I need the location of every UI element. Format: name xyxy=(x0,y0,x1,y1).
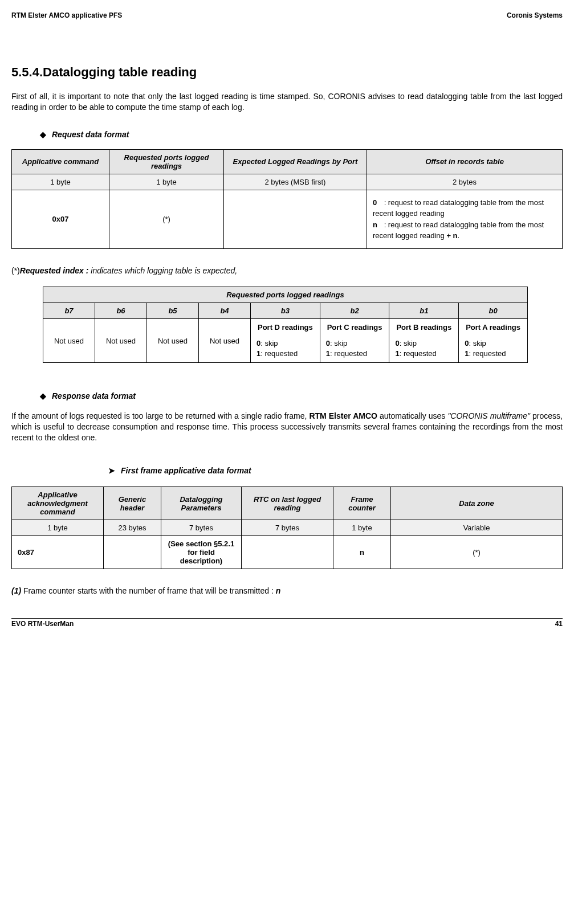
response-format-heading: Response data format xyxy=(40,391,563,400)
t1-h-offset: Offset in records table xyxy=(367,149,563,174)
note-text: Frame counter starts with the number of … xyxy=(21,586,276,595)
t3-s-4: 1 byte xyxy=(333,520,391,536)
t1-cmd: 0x07 xyxy=(12,190,109,248)
page-header: RTM Elster AMCO applicative PFS Coronis … xyxy=(11,11,563,19)
t2-hi-3: Not used xyxy=(199,318,251,363)
t2-pc-title: Port C readings xyxy=(326,322,384,333)
t2-b1: b1 xyxy=(389,302,459,318)
t1-size-ports: 1 byte xyxy=(109,174,224,190)
t2-pb-title: Port B readings xyxy=(395,322,453,333)
t2-b6: b6 xyxy=(95,302,147,318)
footer-right: 41 xyxy=(555,620,563,628)
footer-left: EVO RTM-UserMan xyxy=(11,620,74,628)
t2-port-b: Port B readings 0: skip1: requested xyxy=(389,318,459,363)
first-frame-heading: First frame applicative data format xyxy=(108,466,563,475)
rp-a: If the amount of logs requested is too l… xyxy=(11,411,309,420)
note-n: n xyxy=(276,586,281,595)
t3-h-3: RTC on last logged reading xyxy=(242,487,333,520)
first-frame-table: Applicative acknowledgment command Gener… xyxy=(11,486,563,569)
t2-b2: b2 xyxy=(320,302,389,318)
t1-ports: (*) xyxy=(109,190,224,248)
frame-counter-note: (1) Frame counter starts with the number… xyxy=(11,586,563,595)
rp-d: "CORONIS multiframe" xyxy=(447,411,530,420)
t3-params: (See section §5.2.1 for field descriptio… xyxy=(161,536,242,569)
t1-offset-plusn: + n xyxy=(446,231,457,240)
t2-b3: b3 xyxy=(251,302,320,318)
t3-h-0: Applicative acknowledgment command xyxy=(12,487,104,520)
rp-c: automatically uses xyxy=(377,411,447,420)
t1-offset-d0: : request to read datalogging table from… xyxy=(373,198,544,218)
section-number: 5.5.4. xyxy=(11,65,43,79)
t3-h-2: Datalogging Parameters xyxy=(161,487,242,520)
t3-h-4: Frame counter xyxy=(333,487,391,520)
t2-port-c: Port C readings 0: skip1: requested xyxy=(320,318,389,363)
t1-offset: 0 : request to read datalogging table fr… xyxy=(367,190,563,248)
t1-h-ports: Requested ports logged readings xyxy=(109,149,224,174)
t3-s-3: 7 bytes xyxy=(242,520,333,536)
t1-size-offset: 2 bytes xyxy=(367,174,563,190)
t2-caption: Requested ports logged readings xyxy=(43,287,528,302)
t3-h-5: Data zone xyxy=(391,487,563,520)
page-footer: EVO RTM-UserMan 41 xyxy=(11,618,563,628)
t2-port-d: Port D readings 0: skip1: requested xyxy=(251,318,320,363)
t3-cmd: 0x87 xyxy=(12,536,104,569)
t2-pd-title: Port D readings xyxy=(257,322,314,333)
response-paragraph: If the amount of logs requested is too l… xyxy=(11,411,563,443)
ri-desc: indicates which logging table is expecte… xyxy=(88,266,237,275)
t2-b0: b0 xyxy=(459,302,528,318)
requested-index-note: (*)Requested index : indicates which log… xyxy=(11,266,563,275)
t1-h-expected: Expected Logged Readings by Port xyxy=(224,149,367,174)
note-num: (1) xyxy=(11,586,21,595)
t2-b5: b5 xyxy=(147,302,199,318)
t1-offset-k1: n xyxy=(373,219,382,231)
t3-rtc xyxy=(242,536,333,569)
t2-b7: b7 xyxy=(43,302,95,318)
t3-fc: n xyxy=(333,536,391,569)
rp-b: RTM Elster AMCO xyxy=(309,411,377,420)
header-right: Coronis Systems xyxy=(507,11,563,19)
t3-gen xyxy=(104,536,161,569)
t2-port-a: Port A readings 0: skip1: requested xyxy=(459,318,528,363)
intro-paragraph: First of all, it is important to note th… xyxy=(11,91,563,113)
section-title: Datalogging table reading xyxy=(43,65,197,79)
t3-s-2: 7 bytes xyxy=(161,520,242,536)
t1-h-cmd: Applicative command xyxy=(12,149,109,174)
t2-hi-1: Not used xyxy=(95,318,147,363)
section-heading: 5.5.4.Datalogging table reading xyxy=(11,65,563,80)
t3-s-1: 23 bytes xyxy=(104,520,161,536)
t3-s-5: Variable xyxy=(391,520,563,536)
t2-hi-2: Not used xyxy=(147,318,199,363)
t1-offset-d1end: . xyxy=(458,231,460,240)
t1-offset-k0: 0 xyxy=(373,197,382,208)
ri-label: Requested index : xyxy=(20,266,89,275)
ri-star: (*) xyxy=(11,266,20,275)
request-format-heading: Request data format xyxy=(40,130,563,139)
request-table: Applicative command Requested ports logg… xyxy=(11,149,563,249)
t2-pa-title: Port A readings xyxy=(465,322,522,333)
t2-hi-0: Not used xyxy=(43,318,95,363)
t1-size-cmd: 1 byte xyxy=(12,174,109,190)
t3-dz: (*) xyxy=(391,536,563,569)
t1-expected xyxy=(224,190,367,248)
ports-bits-table: Requested ports logged readings b7 b6 b5… xyxy=(43,287,528,363)
t3-h-1: Generic header xyxy=(104,487,161,520)
t1-size-expected: 2 bytes (MSB first) xyxy=(224,174,367,190)
header-left: RTM Elster AMCO applicative PFS xyxy=(11,11,122,19)
t2-b4: b4 xyxy=(199,302,251,318)
t3-s-0: 1 byte xyxy=(12,520,104,536)
